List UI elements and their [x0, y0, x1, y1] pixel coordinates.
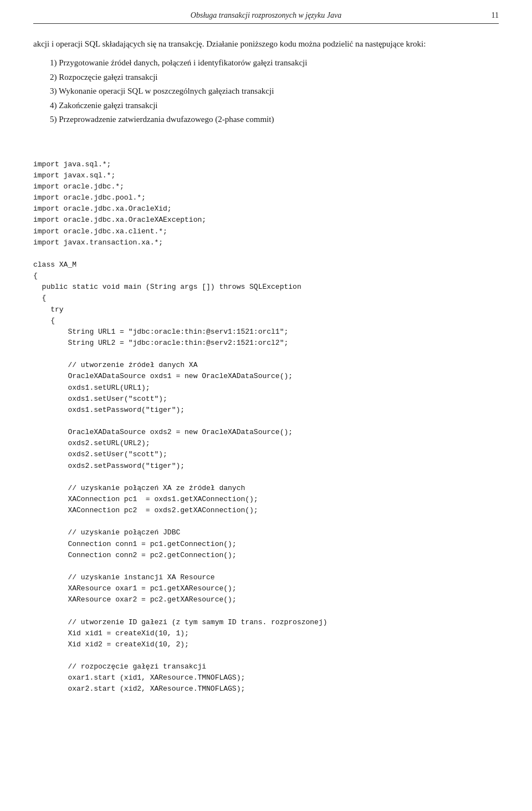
code-line: {	[33, 271, 499, 282]
code-line	[33, 561, 499, 572]
code-line: OracleXADataSource oxds1 = new OracleXAD…	[33, 371, 499, 382]
code-line: // utworzenie źródeł danych XA	[33, 360, 499, 371]
code-line: XAResource oxar2 = pc2.getXAResource();	[33, 594, 499, 605]
code-line: import oracle.jdbc.xa.client.*;	[33, 226, 499, 237]
code-line	[33, 605, 499, 616]
code-line	[33, 472, 499, 483]
intro-list: 1) Przygotowanie źródeł danych, połączeń…	[50, 56, 499, 127]
code-line: oxar1.start (xid1, XAResource.TMNOFLAGS)…	[33, 672, 499, 684]
code-line: OracleXADataSource oxds2 = new OracleXAD…	[33, 427, 499, 438]
header-title: Obsługa transakcji rozproszonych w język…	[50, 11, 482, 20]
code-line: oxar2.start (xid2, XAResource.TMNOFLAGS)…	[33, 684, 499, 695]
intro-step-3: 3) Wykonanie operacji SQL w poszczególny…	[50, 84, 499, 99]
code-line: String URL2 = "jdbc:oracle:thin:@serv2:1…	[33, 338, 499, 349]
code-line: {	[33, 293, 499, 304]
code-line: // uzyskanie połączeń JDBC	[33, 527, 499, 538]
code-line: Xid xid1 = createXid(10, 1);	[33, 628, 499, 639]
code-line: class XA_M	[33, 259, 499, 271]
code-line: // uzyskanie połączeń XA ze źródeł danyc…	[33, 483, 499, 494]
page-header: Obsługa transakcji rozproszonych w język…	[33, 11, 499, 24]
code-line	[33, 416, 499, 427]
code-line: public static void main (String args [])…	[33, 282, 499, 293]
code-line: XAConnection pc1 = oxds1.getXAConnection…	[33, 494, 499, 505]
intro-step-4: 4) Zakończenie gałęzi transakcji	[50, 99, 499, 113]
code-line	[33, 349, 499, 360]
code-line: XAConnection pc2 = oxds2.getXAConnection…	[33, 505, 499, 516]
code-line: import javax.sql.*;	[33, 170, 499, 181]
code-line: import oracle.jdbc.xa.OracleXAException;	[33, 215, 499, 226]
intro-section: akcji i operacji SQL składających się na…	[33, 37, 499, 127]
code-line: import java.sql.*;	[33, 159, 499, 170]
page-container: Obsługa transakcji rozproszonych w język…	[0, 0, 532, 811]
code-line: // uzyskanie instancji XA Resource	[33, 572, 499, 583]
intro-step-1: 1) Przygotowanie źródeł danych, połączeń…	[50, 56, 499, 70]
code-line: Connection conn1 = pc1.getConnection();	[33, 539, 499, 550]
code-line: import oracle.jdbc.*;	[33, 181, 499, 192]
code-line: Xid xid2 = createXid(10, 2);	[33, 639, 499, 650]
code-line: {	[33, 315, 499, 327]
intro-opening: akcji i operacji SQL składających się na…	[33, 37, 499, 50]
code-line: oxds1.setURL(URL1);	[33, 382, 499, 394]
code-line: XAResource oxar1 = pc1.getXAResource();	[33, 583, 499, 594]
code-line: oxds1.setUser("scott");	[33, 394, 499, 405]
code-line: oxds1.setPassword("tiger");	[33, 405, 499, 416]
code-line: import oracle.jdbc.xa.OracleXid;	[33, 203, 499, 215]
code-line	[33, 248, 499, 259]
code-line: import oracle.jdbc.pool.*;	[33, 192, 499, 203]
code-line: import javax.transaction.xa.*;	[33, 237, 499, 248]
code-line: // rozpoczęcie gałęzi transakcji	[33, 661, 499, 672]
code-line: oxds2.setPassword("tiger");	[33, 461, 499, 472]
code-line: Connection conn2 = pc2.getConnection();	[33, 550, 499, 561]
code-line	[33, 516, 499, 527]
code-line: try	[33, 304, 499, 315]
code-line: String URL1 = "jdbc:oracle:thin:@serv1:1…	[33, 327, 499, 338]
intro-step-2: 2) Rozpoczęcie gałęzi transakcji	[50, 70, 499, 85]
code-line: oxds2.setUser("scott");	[33, 449, 499, 460]
code-line: // utworzenie ID gałezi (z tym samym ID …	[33, 617, 499, 628]
code-line: oxds2.setURL(URL2);	[33, 438, 499, 449]
code-block: import java.sql.*;import javax.sql.*;imp…	[33, 137, 499, 695]
intro-step-5: 5) Przeprowadzenie zatwierdzania dwufazo…	[50, 113, 499, 127]
header-page-number: 11	[482, 11, 499, 20]
code-line	[33, 650, 499, 661]
